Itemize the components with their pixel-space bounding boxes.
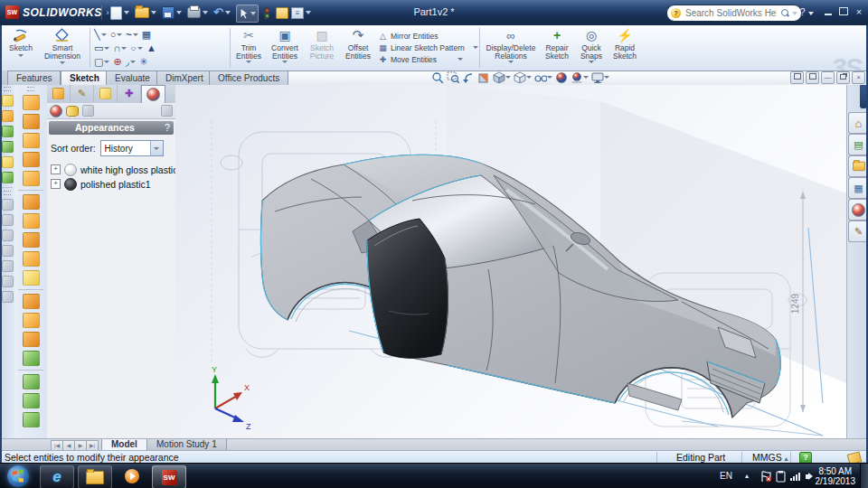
solid-body-icon[interactable] bbox=[2, 110, 14, 122]
chevron-down-icon[interactable] bbox=[176, 11, 182, 14]
chevron-down-icon[interactable] bbox=[101, 33, 107, 36]
quick-snaps-button[interactable]: ◎ Quick Snaps bbox=[575, 27, 608, 68]
print-button[interactable] bbox=[185, 5, 210, 21]
fillet-icon[interactable] bbox=[23, 294, 40, 309]
chevron-down-icon[interactable] bbox=[203, 11, 208, 14]
chevron-down-icon[interactable] bbox=[246, 61, 251, 63]
close-document-button[interactable]: × bbox=[852, 71, 865, 84]
dimxpert-manager-tab[interactable]: ✚ bbox=[118, 85, 141, 102]
chevron-down-icon[interactable] bbox=[604, 76, 609, 79]
curve-wizard-icon[interactable] bbox=[23, 374, 40, 389]
solidworks-resources-tab[interactable]: ⌂ bbox=[848, 112, 868, 134]
minimize-document-button[interactable]: — bbox=[821, 71, 835, 84]
chevron-down-icon[interactable] bbox=[250, 12, 256, 15]
open-button[interactable] bbox=[133, 5, 158, 21]
chamfer-icon[interactable] bbox=[23, 313, 40, 328]
tab-office-products[interactable]: Office Products bbox=[209, 70, 288, 85]
design-library-tab[interactable]: ▤ bbox=[848, 134, 868, 155]
close-button[interactable]: × bbox=[852, 5, 866, 19]
draft-icon[interactable] bbox=[23, 332, 40, 347]
select-button[interactable] bbox=[236, 5, 259, 23]
datum-feature-icon[interactable] bbox=[2, 276, 14, 287]
restore-button[interactable] bbox=[836, 5, 851, 19]
chevron-down-icon[interactable] bbox=[151, 11, 156, 14]
units-selector[interactable]: MMGS ▴ bbox=[752, 452, 788, 463]
restore-document-button[interactable] bbox=[836, 71, 850, 84]
chevron-down-icon[interactable] bbox=[792, 12, 797, 15]
expand-icon[interactable]: + bbox=[51, 164, 61, 174]
options-button[interactable]: ≡ bbox=[289, 5, 313, 21]
linear-sketch-pattern-button[interactable]: ▦ Linear Sketch Pattern bbox=[378, 42, 478, 53]
chevron-down-icon[interactable] bbox=[60, 61, 65, 64]
chevron-down-icon[interactable] bbox=[225, 11, 231, 14]
view-settings-button[interactable] bbox=[591, 71, 609, 83]
chevron-down-icon[interactable] bbox=[104, 47, 109, 50]
spline-tool[interactable]: ~ bbox=[126, 28, 137, 42]
rectangle-tool[interactable]: ▭ bbox=[94, 42, 109, 55]
lofted-boss-icon[interactable] bbox=[23, 152, 40, 167]
zoom-to-fit-button[interactable] bbox=[431, 71, 444, 83]
arc-tool[interactable]: ∩ bbox=[113, 42, 127, 55]
pane-split-left-button[interactable] bbox=[790, 71, 804, 84]
file-explorer-tab[interactable] bbox=[848, 155, 868, 177]
circle-tool[interactable]: ○ bbox=[110, 28, 123, 42]
hole-wizard-icon[interactable] bbox=[23, 213, 40, 229]
configuration-manager-tab[interactable] bbox=[94, 85, 118, 102]
surface-finish-icon[interactable] bbox=[2, 230, 14, 241]
ellipse-tool[interactable]: ○ bbox=[130, 42, 143, 55]
language-indicator[interactable]: EN bbox=[720, 471, 732, 481]
trim-entities-button[interactable]: ✂ Trim Entities bbox=[231, 27, 266, 68]
apply-scene-button[interactable] bbox=[571, 71, 589, 83]
spline-curve-icon[interactable] bbox=[2, 141, 14, 153]
helix-icon[interactable] bbox=[23, 393, 40, 408]
surface-icon[interactable] bbox=[2, 95, 14, 107]
tab-features[interactable]: Features bbox=[7, 70, 61, 85]
tab-evaluate[interactable]: Evaluate bbox=[106, 70, 159, 85]
chevron-down-icon[interactable] bbox=[808, 12, 814, 15]
taskbar-clock[interactable]: 8:50 AM 2/19/2013 bbox=[816, 466, 856, 486]
view-scenes-icon[interactable] bbox=[66, 106, 79, 117]
search-input[interactable] bbox=[684, 7, 778, 19]
dome-icon[interactable] bbox=[23, 351, 40, 366]
curve-icon[interactable] bbox=[2, 126, 14, 137]
display-delete-relations-button[interactable]: ∞ Display/Delete Relations bbox=[483, 27, 539, 68]
minimize-button[interactable] bbox=[821, 5, 835, 19]
save-button[interactable] bbox=[160, 5, 184, 21]
chevron-down-icon[interactable] bbox=[505, 76, 511, 79]
undo-button[interactable]: ↶ bbox=[212, 5, 232, 21]
select-dropdown-button[interactable] bbox=[150, 141, 163, 155]
composite-curve-icon[interactable] bbox=[23, 412, 40, 427]
internet-explorer-button[interactable]: e bbox=[40, 465, 74, 488]
render-ball-icon[interactable] bbox=[2, 156, 14, 168]
shell-icon[interactable] bbox=[23, 270, 40, 286]
feature-manager-tab[interactable] bbox=[47, 85, 71, 102]
extruded-cut-icon[interactable] bbox=[23, 194, 40, 210]
view-palette-tab[interactable]: ▦ bbox=[848, 177, 868, 199]
display-manager-tab[interactable] bbox=[141, 85, 165, 103]
chevron-down-icon[interactable] bbox=[306, 11, 311, 14]
chevron-down-icon[interactable] bbox=[583, 76, 589, 79]
help-button[interactable]: ? bbox=[799, 5, 814, 19]
balloon-icon[interactable] bbox=[2, 214, 14, 226]
section-view-button[interactable] bbox=[477, 71, 490, 83]
display-style-button[interactable] bbox=[514, 71, 532, 83]
show-desktop-button[interactable] bbox=[860, 464, 868, 488]
rebuild-button[interactable] bbox=[262, 5, 271, 21]
start-button[interactable] bbox=[2, 465, 34, 487]
constraint-icon[interactable] bbox=[2, 172, 14, 183]
windows-explorer-button[interactable] bbox=[78, 465, 112, 488]
pane-split-right-button[interactable] bbox=[806, 71, 819, 84]
chevron-down-icon[interactable] bbox=[124, 11, 129, 14]
sketch-fillet-tool[interactable]: ◞ bbox=[126, 55, 136, 69]
car-model-svg[interactable]: 1249 bbox=[175, 85, 846, 438]
pattern-tool[interactable]: ✳ bbox=[139, 55, 147, 69]
swept-cut-icon[interactable] bbox=[23, 251, 40, 267]
expand-icon[interactable]: + bbox=[51, 179, 61, 189]
revolved-cut-icon[interactable] bbox=[23, 232, 40, 248]
media-player-button[interactable] bbox=[116, 465, 148, 487]
chevron-down-icon[interactable] bbox=[526, 76, 532, 79]
sketch-picture-button[interactable]: ▨ Sketch Picture bbox=[304, 27, 340, 68]
toolbar-grip[interactable] bbox=[4, 87, 11, 91]
swept-boss-icon[interactable] bbox=[23, 133, 40, 148]
custom-properties-tab[interactable]: ✎ bbox=[848, 221, 868, 242]
